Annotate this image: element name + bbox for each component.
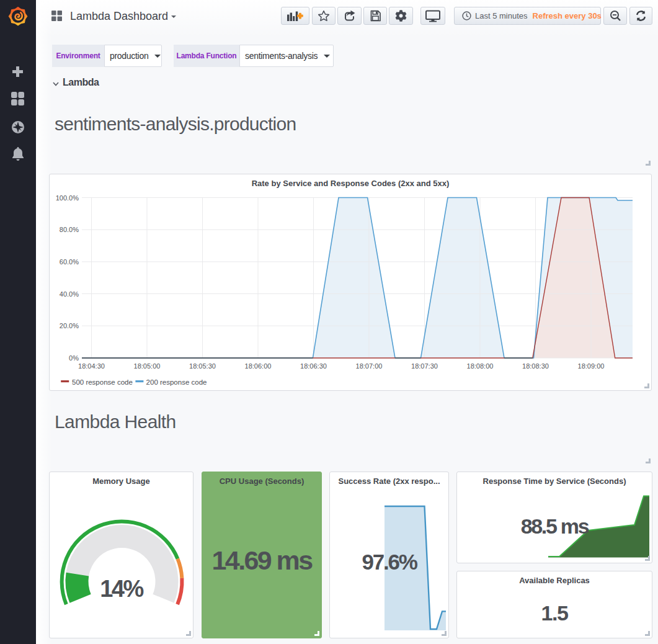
svg-text:500 response code: 500 response code [72,378,133,386]
svg-text:18:05:00: 18:05:00 [134,362,161,370]
svg-text:18:04:30: 18:04:30 [78,362,105,370]
svg-text:80.0%: 80.0% [60,226,79,233]
svg-text:18:09:00: 18:09:00 [578,362,605,370]
svg-text:18:05:30: 18:05:30 [189,362,216,370]
svg-text:60.0%: 60.0% [60,258,79,266]
svg-text:20.0%: 20.0% [60,322,79,329]
svg-text:18:06:30: 18:06:30 [300,362,327,370]
svg-text:200 response code: 200 response code [146,378,207,386]
svg-text:18:08:00: 18:08:00 [467,362,494,370]
svg-text:18:07:00: 18:07:00 [356,362,383,370]
svg-text:100.0%: 100.0% [56,194,79,202]
svg-text:18:07:30: 18:07:30 [411,362,438,370]
svg-text:18:06:00: 18:06:00 [245,362,272,370]
svg-text:18:08:30: 18:08:30 [522,362,549,370]
svg-text:40.0%: 40.0% [60,290,79,298]
svg-text:0%: 0% [69,354,79,362]
